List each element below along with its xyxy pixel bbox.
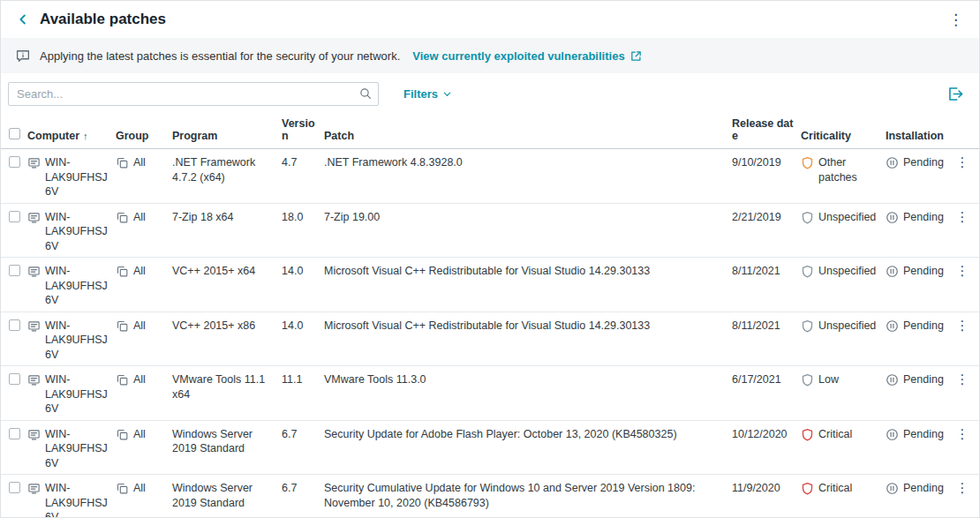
release-date-cell: 8/11/2021 bbox=[732, 264, 801, 279]
computer-cell: WIN-LAK9UFHSJ6V bbox=[27, 210, 116, 254]
table-row: WIN-LAK9UFHSJ6V All VC++ 2015+ x64 14.0 … bbox=[1, 258, 979, 312]
criticality-shield-icon bbox=[801, 156, 814, 184]
criticality-label: Unspecified bbox=[818, 319, 876, 334]
column-header-criticality[interactable]: Criticality bbox=[801, 130, 886, 142]
row-checkbox[interactable] bbox=[9, 211, 20, 222]
row-checkbox[interactable] bbox=[9, 265, 20, 276]
computer-name: WIN-LAK9UFHSJ6V bbox=[45, 427, 109, 471]
table-row: WIN-LAK9UFHSJ6V All VC++ 2015+ x86 14.0 … bbox=[1, 312, 979, 367]
group-name: All bbox=[133, 264, 146, 279]
installation-status: Pending bbox=[903, 155, 944, 170]
column-header-version[interactable]: Version bbox=[282, 117, 324, 142]
group-cell: All bbox=[116, 319, 172, 334]
criticality-shield-icon bbox=[801, 211, 814, 225]
patch-cell: .NET Framework 4.8.3928.0 bbox=[324, 155, 732, 170]
exploited-vulnerabilities-link[interactable]: View currently exploited vulnerabilities bbox=[412, 49, 624, 63]
row-checkbox[interactable] bbox=[9, 428, 20, 439]
column-header-program[interactable]: Program bbox=[172, 130, 282, 142]
column-header-installation[interactable]: Installation bbox=[886, 130, 953, 142]
version-cell: 18.0 bbox=[282, 210, 324, 225]
row-menu-icon[interactable]: ⋮ bbox=[956, 318, 969, 333]
column-header-group[interactable]: Group bbox=[116, 130, 172, 142]
row-actions-cell: ⋮ bbox=[953, 481, 979, 497]
row-menu-icon[interactable]: ⋮ bbox=[956, 263, 969, 278]
version-cell: 14.0 bbox=[282, 264, 324, 279]
table-header-row: Computer↑ Group Program Version Patch Re… bbox=[1, 114, 979, 149]
group-name: All bbox=[133, 210, 146, 225]
column-header-patch[interactable]: Patch bbox=[324, 130, 732, 142]
criticality-cell: Unspecified bbox=[801, 319, 886, 334]
group-name: All bbox=[133, 155, 146, 170]
patch-cell: Microsoft Visual C++ Redistributable for… bbox=[324, 264, 732, 279]
row-menu-icon[interactable]: ⋮ bbox=[956, 154, 969, 169]
available-patches-page: Available patches ⋮ Applying the latest … bbox=[0, 0, 980, 518]
computer-icon bbox=[27, 265, 41, 308]
group-name: All bbox=[133, 481, 146, 496]
group-cell: All bbox=[116, 481, 172, 496]
release-date-cell: 9/10/2019 bbox=[732, 155, 801, 170]
row-checkbox[interactable] bbox=[9, 319, 20, 331]
group-icon bbox=[116, 265, 129, 279]
criticality-label: Critical bbox=[818, 427, 852, 442]
row-select-cell bbox=[1, 210, 27, 227]
version-cell: 11.1 bbox=[282, 372, 324, 387]
row-menu-icon[interactable]: ⋮ bbox=[956, 426, 969, 441]
overflow-menu-icon[interactable]: ⋮ bbox=[945, 11, 967, 29]
program-cell: 7-Zip 18 x64 bbox=[172, 210, 282, 225]
row-menu-icon[interactable]: ⋮ bbox=[956, 480, 969, 495]
computer-cell: WIN-LAK9UFHSJ6V bbox=[27, 319, 116, 363]
computer-icon bbox=[27, 482, 41, 518]
info-banner: Applying the latest patches is essential… bbox=[1, 38, 979, 73]
select-all-cell bbox=[1, 127, 27, 142]
pending-icon bbox=[886, 211, 899, 225]
row-checkbox[interactable] bbox=[9, 156, 20, 168]
computer-cell: WIN-LAK9UFHSJ6V bbox=[27, 264, 116, 308]
release-date-cell: 8/11/2021 bbox=[732, 319, 801, 334]
row-actions-cell: ⋮ bbox=[953, 319, 979, 334]
computer-name: WIN-LAK9UFHSJ6V bbox=[45, 319, 109, 363]
search-icon bbox=[358, 86, 373, 104]
release-date-cell: 6/17/2021 bbox=[732, 372, 801, 387]
external-link-icon[interactable] bbox=[629, 49, 643, 63]
criticality-label: Low bbox=[818, 372, 839, 387]
chevron-left-icon bbox=[15, 11, 31, 27]
criticality-cell: Unspecified bbox=[801, 264, 886, 279]
installation-status: Pending bbox=[903, 210, 944, 225]
filters-label: Filters bbox=[403, 87, 438, 101]
search-input[interactable] bbox=[8, 82, 379, 106]
row-select-cell bbox=[1, 372, 27, 389]
row-actions-cell: ⋮ bbox=[953, 427, 979, 443]
back-button[interactable] bbox=[13, 10, 33, 29]
program-cell: Windows Server 2019 Standard bbox=[172, 427, 282, 456]
criticality-cell: Unspecified bbox=[801, 210, 886, 225]
criticality-cell: Low bbox=[801, 372, 886, 387]
row-actions-cell: ⋮ bbox=[953, 264, 979, 280]
computer-cell: WIN-LAK9UFHSJ6V bbox=[27, 481, 116, 518]
column-header-release-date[interactable]: Release date bbox=[732, 117, 801, 142]
export-icon[interactable] bbox=[946, 85, 965, 103]
patch-cell: Microsoft Visual C++ Redistributable for… bbox=[324, 319, 732, 334]
table-row: WIN-LAK9UFHSJ6V All Windows Server 2019 … bbox=[1, 421, 979, 476]
computer-name: WIN-LAK9UFHSJ6V bbox=[45, 481, 109, 518]
row-actions-cell: ⋮ bbox=[953, 372, 979, 388]
column-header-computer[interactable]: Computer↑ bbox=[27, 130, 116, 142]
row-menu-icon[interactable]: ⋮ bbox=[956, 209, 969, 224]
computer-name: WIN-LAK9UFHSJ6V bbox=[45, 155, 109, 199]
criticality-shield-icon bbox=[801, 482, 814, 496]
criticality-shield-icon bbox=[801, 373, 814, 387]
filters-button[interactable]: Filters bbox=[403, 87, 452, 101]
version-cell: 14.0 bbox=[282, 319, 324, 334]
sort-ascending-icon: ↑ bbox=[83, 131, 88, 141]
row-checkbox[interactable] bbox=[9, 373, 20, 385]
version-cell: 4.7 bbox=[282, 155, 324, 170]
computer-cell: WIN-LAK9UFHSJ6V bbox=[27, 427, 116, 471]
select-all-checkbox[interactable] bbox=[9, 128, 20, 139]
group-cell: All bbox=[116, 155, 172, 170]
table-row: WIN-LAK9UFHSJ6V All Windows Server 2019 … bbox=[1, 475, 979, 518]
patches-table: Computer↑ Group Program Version Patch Re… bbox=[1, 114, 979, 518]
table-row: WIN-LAK9UFHSJ6V All .NET Framework 4.7.2… bbox=[1, 149, 979, 204]
table-body: WIN-LAK9UFHSJ6V All .NET Framework 4.7.2… bbox=[1, 149, 979, 518]
row-checkbox[interactable] bbox=[9, 482, 20, 493]
pending-icon bbox=[886, 428, 899, 442]
row-menu-icon[interactable]: ⋮ bbox=[956, 372, 969, 387]
